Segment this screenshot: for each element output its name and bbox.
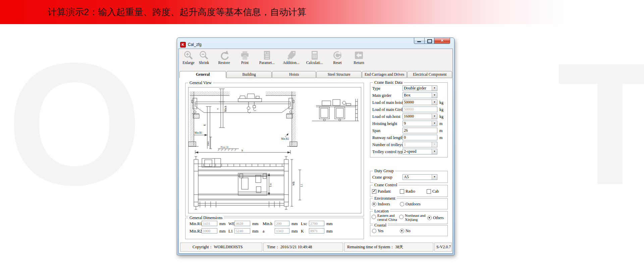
others-radio[interactable]: Others	[427, 215, 444, 220]
trolley-control-type-select[interactable]: 2-speed ▼	[402, 149, 437, 154]
chevron-down-icon[interactable]: ▼	[432, 149, 437, 154]
top-banner: 计算演示2：输入起重量、跨度、起升高度等基本信息，自动计算	[0, 0, 644, 24]
maximize-icon	[427, 39, 432, 43]
option-label: Outdoors	[406, 202, 421, 207]
parameters-button[interactable]: Paramet...	[257, 49, 277, 70]
tab-end-carriages[interactable]: End Carriages and Drives	[362, 71, 407, 78]
dim-unit: mm	[252, 229, 259, 234]
close-button[interactable]: ✕	[434, 38, 450, 44]
load-main-hoist-select[interactable]: 50000 ▼	[402, 99, 437, 105]
dim-unit: mm	[252, 221, 259, 226]
dim-field[interactable]: 1431	[202, 221, 217, 226]
eastern-central-china-radio[interactable]: Eastern and central China	[372, 213, 398, 221]
minimize-button[interactable]	[414, 38, 425, 44]
option-label: No	[406, 228, 411, 233]
banner-title: 计算演示2：输入起重量、跨度、起升高度等基本信息，自动计算	[48, 0, 306, 24]
maximize-button[interactable]	[425, 38, 434, 44]
outdoors-radio[interactable]: Outdoors	[400, 202, 421, 207]
chevron-down-icon[interactable]: ▼	[432, 121, 437, 126]
title-bar[interactable]: K Cal_zfg ✕	[177, 38, 454, 49]
option-label: Others	[433, 215, 444, 220]
cab-checkbox[interactable]: Cab	[427, 189, 439, 194]
drawing-label-k: K	[203, 124, 206, 126]
coastal-no-radio[interactable]: No	[400, 228, 411, 233]
field-label: Load of sub.hoist	[372, 114, 400, 119]
option-label: Northeast and Xinjiang	[405, 213, 427, 221]
dim-label: Lxc	[301, 221, 307, 226]
field-unit: m	[439, 128, 442, 133]
radio-icon	[400, 202, 404, 206]
toolbar-button-label: Paramet...	[257, 61, 277, 65]
group-legend: Environment	[373, 196, 397, 201]
toolbar-button-label: Shrink	[194, 61, 214, 65]
parameter-list-icon	[257, 50, 277, 61]
reset-button[interactable]: Reset	[328, 49, 347, 70]
dim-label: Min.h	[263, 221, 272, 226]
radio-checkbox[interactable]: Radio	[400, 189, 415, 194]
addition-button[interactable]: Addition...	[281, 49, 301, 70]
type-select[interactable]: Double girder ▼	[402, 85, 437, 91]
dim-field[interactable]: 8971	[309, 228, 324, 233]
app-window: K Cal_zfg ✕ Enlarge	[177, 38, 454, 255]
printer-icon	[235, 50, 255, 61]
restore-button[interactable]: Restore	[214, 49, 234, 70]
tab-general[interactable]: General	[179, 71, 226, 78]
select-value: 16000	[403, 114, 432, 119]
checkbox-icon	[427, 189, 431, 194]
radio-icon	[399, 215, 404, 219]
dim-field[interactable]: 5240	[234, 228, 250, 233]
dim-field[interactable]: 200	[275, 221, 289, 226]
client-area: Enlarge Shrink Restore	[178, 49, 453, 254]
chevron-down-icon[interactable]: ▼	[432, 175, 437, 180]
main-girder-select[interactable]: Box ▼	[402, 92, 437, 98]
dim-field[interactable]: 1000	[202, 228, 217, 233]
radio-icon	[400, 229, 404, 233]
dim-field[interactable]: 1343	[275, 228, 289, 233]
chevron-down-icon[interactable]: ▼	[432, 93, 437, 98]
crane-basic-data-group: Crane Basic Data Type Double girder ▼ Ma…	[370, 82, 448, 157]
dim-unit: mm	[326, 221, 333, 226]
dim-unit: mm	[219, 229, 226, 234]
print-button[interactable]: Print	[235, 49, 255, 70]
calculation-button[interactable]: Calculati...	[305, 49, 324, 70]
duty-group: Duty Group Crane group A5 ▼	[370, 171, 448, 183]
northeast-xinjiang-radio[interactable]: Northeast and Xinjiang	[399, 213, 427, 221]
dim-unit: mm	[291, 221, 298, 226]
select-value: 50000	[403, 100, 432, 105]
tab-hoists[interactable]: Hoists	[272, 71, 316, 78]
chevron-down-icon[interactable]: ▼	[432, 114, 437, 119]
field-unit: kg	[439, 100, 443, 105]
drawing-label-min-r1: Min.R1	[195, 131, 202, 134]
crane-control-group: Crane Control ✓ Pandant Radio Cab	[370, 185, 448, 197]
dim-field[interactable]: 2700	[309, 221, 324, 226]
crane-group-select[interactable]: A5 ▼	[402, 174, 437, 180]
radio-icon	[372, 215, 376, 219]
chevron-down-icon[interactable]: ▼	[432, 100, 437, 105]
indoors-radio[interactable]: Indoors	[372, 202, 390, 207]
tab-steel-structure[interactable]: Steel Structure	[316, 71, 362, 78]
return-button[interactable]: Return	[349, 49, 369, 70]
tab-electrical[interactable]: Electrical Component	[407, 71, 452, 78]
tab-building[interactable]: Building	[226, 71, 272, 78]
load-sub-hoist-select[interactable]: 16000 ▼	[402, 114, 437, 119]
runway-rail-length-field[interactable]: 0	[402, 135, 437, 140]
dim-label: L1	[228, 229, 233, 234]
tag-plus-icon	[281, 50, 301, 61]
dim-field[interactable]: 4628	[234, 221, 250, 226]
span-field[interactable]: 26	[402, 128, 437, 133]
toolbar-button-label: Return	[349, 61, 369, 65]
drawing-label-l1: L1	[300, 184, 303, 187]
chevron-down-icon[interactable]: ▼	[432, 86, 437, 91]
chevron-down-icon: ▼	[432, 142, 437, 147]
shrink-button[interactable]: Shrink	[194, 49, 214, 70]
coastal-yes-radio[interactable]: Yes	[372, 228, 383, 233]
toolbar-button-label: Print	[235, 61, 255, 65]
field-label: Span	[372, 128, 380, 133]
pandant-checkbox[interactable]: ✓ Pandant	[372, 189, 391, 194]
hoisting-height-select[interactable]: 9 ▼	[402, 121, 437, 126]
drawing-label-wb: WB	[292, 182, 295, 186]
select-value: A5	[403, 175, 432, 180]
option-label: Yes	[378, 228, 383, 233]
drawing-label-floor: Floor ±0	[221, 146, 228, 148]
reset-circle-arrow-icon	[328, 50, 347, 61]
